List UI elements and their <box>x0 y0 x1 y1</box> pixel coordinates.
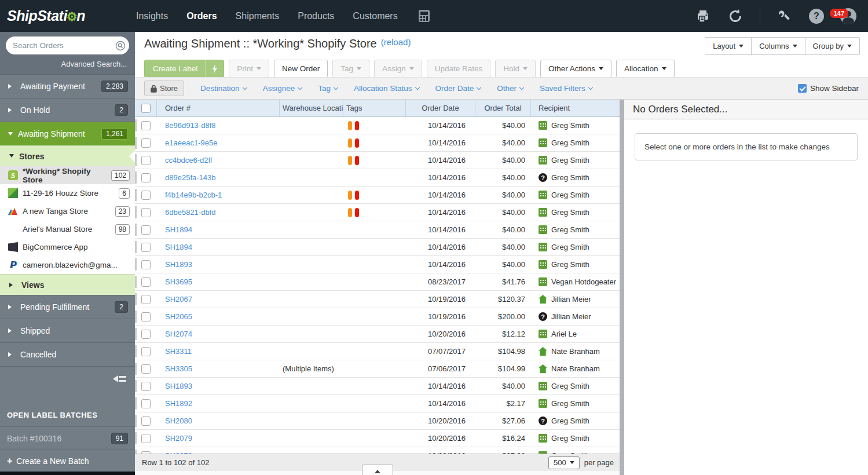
column-header-date[interactable]: Order Date <box>406 100 475 116</box>
table-row[interactable]: SH2080 10/20/2016 $27.06 Greg Smith <box>135 412 620 430</box>
column-header-warehouse[interactable]: Warehouse Location <box>280 100 343 116</box>
row-checkbox[interactable] <box>141 156 151 165</box>
shipstation-logo[interactable]: ShipStati⚙n <box>0 8 136 24</box>
table-row[interactable]: SH1893 10/14/2016 $40.00 Greg Smith <box>135 378 620 395</box>
filter-link[interactable]: Other <box>497 84 523 93</box>
column-header-recipient[interactable]: Recipient <box>531 100 620 116</box>
order-number-link[interactable]: SH2065 <box>165 312 192 321</box>
order-number-link[interactable]: SH1894 <box>165 225 192 234</box>
nav-item[interactable]: Shipments <box>236 11 280 21</box>
row-checkbox[interactable] <box>141 295 151 304</box>
update-rates-button[interactable]: Update Rates <box>427 60 491 78</box>
table-row[interactable]: SH3311 07/07/2017 $104.98 Nate Branham <box>135 343 620 360</box>
table-row[interactable]: SH1892 10/14/2016 $2.17 Greg Smith <box>135 395 620 412</box>
printer-icon[interactable] <box>695 8 711 24</box>
row-checkbox[interactable] <box>141 138 151 148</box>
row-checkbox[interactable] <box>141 312 151 321</box>
help-icon[interactable]: ? <box>809 9 824 24</box>
table-row[interactable]: SH2074 10/20/2016 $12.12 Ariel Le <box>135 326 620 343</box>
filter-link[interactable]: Allocation Status <box>354 84 419 93</box>
sidebar-section-views[interactable]: Views <box>0 274 135 295</box>
view-option-button[interactable]: Group by <box>805 37 860 55</box>
sidebar-item-pending-fulfillment[interactable]: Pending Fulfillment 2 <box>0 295 135 319</box>
order-number-link[interactable]: SH3695 <box>165 277 192 286</box>
row-checkbox[interactable] <box>141 243 151 252</box>
table-row[interactable]: SH2065 10/19/2016 $200.00 Jillian Meier <box>135 308 620 326</box>
new-order-button[interactable]: New Order <box>274 60 328 78</box>
order-number-link[interactable]: SH2067 <box>165 295 192 304</box>
order-number-link[interactable]: f4b14e9b-b2cb-1 <box>165 191 222 199</box>
user-menu[interactable]: 147 <box>840 8 856 24</box>
print-button[interactable]: Print <box>229 60 269 78</box>
sidebar-item-batch[interactable]: Batch #100316 91 <box>0 426 135 450</box>
order-number-link[interactable]: SH2074 <box>165 330 192 338</box>
order-number-link[interactable]: SH1893 <box>165 260 192 269</box>
row-checkbox[interactable] <box>141 330 151 339</box>
reload-link[interactable]: (reload) <box>381 37 411 47</box>
order-number-link[interactable]: SH2079 <box>165 434 192 443</box>
sidebar-store-item[interactable]: Ariel's Manual Store 98 <box>0 220 135 238</box>
view-option-button[interactable]: Columns <box>752 37 805 55</box>
row-checkbox[interactable] <box>141 347 151 356</box>
sidebar-store-item[interactable]: cameron.blazevich@gma... <box>0 256 135 274</box>
order-number-link[interactable]: 6dbe5821-dbfd <box>165 208 215 217</box>
row-checkbox[interactable] <box>141 364 151 374</box>
order-number-link[interactable]: 8e96d913-d8f8 <box>165 121 215 130</box>
table-row[interactable]: f4b14e9b-b2cb-1 10/14/2016 $40.00 Greg S… <box>135 187 620 204</box>
filter-link[interactable]: Assignee <box>263 84 302 93</box>
row-checkbox[interactable] <box>141 208 151 217</box>
row-checkbox[interactable] <box>141 399 151 408</box>
row-checkbox[interactable] <box>141 451 151 454</box>
table-row[interactable]: SH1894 10/14/2016 $40.00 Greg Smith <box>135 221 620 239</box>
row-checkbox[interactable] <box>141 277 151 287</box>
order-number-link[interactable]: SH1894 <box>165 243 192 251</box>
filter-link[interactable]: Saved Filters <box>540 84 592 93</box>
sidebar-item-awaiting-shipment[interactable]: Awaiting Shipment 1,261 <box>0 122 135 145</box>
collapse-sidebar-icon[interactable] <box>113 374 127 384</box>
sidebar-store-item[interactable]: BigCommerce App <box>0 238 135 256</box>
order-number-link[interactable]: e1aeeac1-9e5e <box>165 138 217 147</box>
order-number-link[interactable]: SH1893 <box>165 382 192 390</box>
refresh-icon[interactable] <box>727 8 744 24</box>
sidebar-item-awaiting-payment[interactable]: Awaiting Payment 2,283 <box>0 74 135 98</box>
table-row[interactable]: d89e25fa-143b 10/14/2016 $40.00 Greg Smi… <box>135 169 620 187</box>
row-checkbox[interactable] <box>141 121 151 130</box>
column-header-order[interactable]: Order # <box>157 100 280 116</box>
create-label-button[interactable]: Create Label <box>144 60 224 78</box>
scroll-to-top-button[interactable] <box>362 465 393 475</box>
sidebar-item-shipped[interactable]: Shipped <box>0 319 135 342</box>
sidebar-item-on-hold[interactable]: On Hold 2 <box>0 98 135 122</box>
table-scrollbar[interactable] <box>620 100 624 475</box>
advanced-search-link[interactable]: Advanced Search... <box>6 60 129 68</box>
nav-item[interactable]: Insights <box>136 11 168 21</box>
other-actions-button[interactable]: Other Actions <box>540 60 611 78</box>
assign-button[interactable]: Assign <box>374 60 422 78</box>
order-number-link[interactable]: SH3311 <box>165 347 192 356</box>
calculator-icon[interactable] <box>416 8 433 24</box>
search-icon[interactable] <box>115 39 126 52</box>
order-number-link[interactable]: SH1892 <box>165 399 192 408</box>
select-all-checkbox[interactable] <box>141 104 151 113</box>
nav-item[interactable]: Products <box>298 11 334 21</box>
order-number-link[interactable]: SH3305 <box>165 364 192 373</box>
order-number-link[interactable]: d89e25fa-143b <box>165 173 215 182</box>
table-row[interactable]: SH1893 10/14/2016 $40.00 Greg Smith <box>135 256 620 273</box>
column-header-total[interactable]: Order Total <box>475 100 531 116</box>
table-row[interactable]: 6dbe5821-dbfd 10/14/2016 $40.00 Greg Smi… <box>135 204 620 221</box>
table-row[interactable]: SH3305 (Multiple Items) 07/06/2017 $104.… <box>135 360 620 378</box>
hold-button[interactable]: Hold <box>495 60 536 78</box>
allocation-button[interactable]: Allocation <box>616 60 675 78</box>
show-sidebar-toggle[interactable]: Show Sidebar <box>798 84 859 93</box>
row-checkbox[interactable] <box>141 382 151 391</box>
table-row[interactable]: e1aeeac1-9e5e 10/14/2016 $40.00 Greg Smi… <box>135 134 620 152</box>
order-number-link[interactable]: SH2080 <box>165 416 192 425</box>
filter-link[interactable]: Destination <box>200 84 247 93</box>
table-row[interactable]: SH2078 10/20/2016 $27.06 Greg Smith <box>135 447 620 454</box>
table-row[interactable]: SH2067 10/19/2016 $120.37 Jillian Meier <box>135 291 620 308</box>
table-row[interactable]: SH3695 08/23/2017 $41.76 Vegan Hotdogeat… <box>135 273 620 291</box>
create-new-batch-button[interactable]: + Create a New Batch <box>0 450 135 472</box>
nav-item[interactable]: Orders <box>186 11 217 21</box>
row-checkbox[interactable] <box>141 434 151 443</box>
sidebar-item-cancelled[interactable]: Cancelled <box>0 342 135 366</box>
filter-link[interactable]: Tag <box>318 84 338 93</box>
